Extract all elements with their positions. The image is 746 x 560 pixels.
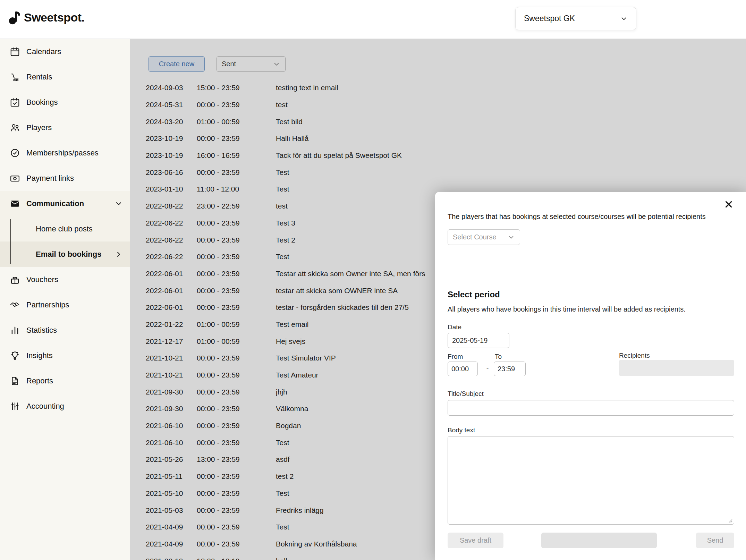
to-label: To — [495, 353, 502, 360]
select-period-description: All players who have bookings in this ti… — [448, 305, 686, 313]
sliders-icon — [10, 401, 20, 411]
sidebar-item-label: Email to bookings — [36, 250, 101, 259]
sidebar-item-partnerships[interactable]: Partnerships — [0, 292, 130, 317]
chevron-down-icon — [507, 234, 515, 241]
sidebar-item-communication[interactable]: Communication — [0, 191, 130, 216]
sidebar-item-players[interactable]: Players — [0, 115, 130, 140]
time-to-input[interactable] — [494, 362, 526, 376]
select-period-heading: Select period — [448, 290, 500, 299]
document-icon — [10, 376, 20, 386]
body-text-input[interactable] — [448, 436, 734, 525]
date-label: Date — [448, 323, 461, 331]
chevron-right-icon — [115, 250, 123, 258]
recipients-label: Recipients — [619, 352, 650, 359]
sidebar-item-label: Home club posts — [36, 224, 93, 234]
chevron-down-icon — [620, 15, 628, 23]
lightbulb-icon — [10, 350, 20, 361]
rentals-cart-icon — [10, 72, 20, 82]
sidebar-item-label: Communication — [26, 199, 84, 208]
sidebar-item-vouchers[interactable]: Vouchers — [0, 267, 130, 292]
indent-guide-line — [10, 219, 11, 264]
sidebar-item-label: Vouchers — [26, 275, 58, 284]
sidebar-item-email-to-bookings[interactable]: Email to bookings — [0, 241, 130, 267]
sidebar-item-accounting[interactable]: Accounting — [0, 393, 130, 419]
sidebar-item-label: Reports — [26, 376, 53, 385]
sidebar-item-label: Rentals — [26, 73, 52, 82]
title-subject-input[interactable] — [448, 400, 734, 416]
recipients-info-text: The players that has bookings at selecte… — [448, 213, 706, 221]
sidebar-item-home-club-posts[interactable]: Home club posts — [0, 216, 130, 241]
calendar-icon — [10, 46, 20, 57]
sidebar: Calendars Rentals Bookings Players Membe… — [0, 39, 130, 560]
date-input[interactable] — [448, 333, 509, 348]
sweetspot-logo-icon — [8, 10, 20, 25]
sidebar-item-label: Insights — [26, 351, 53, 360]
email-compose-modal: The players that has bookings at selecte… — [435, 192, 746, 560]
club-selector-dropdown[interactable]: Sweetspot GK — [515, 7, 636, 30]
sidebar-item-reports[interactable]: Reports — [0, 368, 130, 393]
sidebar-item-label: Payment links — [26, 174, 74, 183]
sidebar-item-label: Partnerships — [26, 300, 69, 309]
membership-check-icon — [10, 148, 20, 158]
sidebar-item-label: Calendars — [26, 47, 61, 56]
sidebar-item-memberships[interactable]: Memberships/passes — [0, 140, 130, 166]
booking-calendar-icon — [10, 97, 20, 108]
schedule-send-field[interactable] — [541, 533, 657, 548]
course-select-placeholder: Select Course — [453, 233, 497, 241]
close-button[interactable] — [721, 197, 736, 212]
app-screen: Sweetspot. Sweetspot GK Calendars Rental… — [0, 0, 746, 560]
sidebar-item-label: Statistics — [26, 326, 57, 335]
sidebar-item-calendars[interactable]: Calendars — [0, 39, 130, 64]
sidebar-item-statistics[interactable]: Statistics — [0, 317, 130, 343]
players-icon — [10, 122, 20, 133]
payment-card-icon — [10, 173, 20, 184]
body-text-wrapper — [448, 436, 734, 525]
course-select-dropdown[interactable]: Select Course — [448, 229, 520, 245]
communication-children: Home club posts Email to bookings — [0, 216, 130, 267]
logo-text: Sweetspot. — [24, 11, 84, 24]
envelope-icon — [10, 198, 20, 209]
time-range-separator: - — [484, 364, 491, 372]
from-label: From — [448, 353, 463, 360]
time-from-input[interactable] — [448, 362, 478, 376]
close-icon — [723, 199, 734, 210]
body-text-label: Body text — [448, 426, 475, 434]
sidebar-item-label: Players — [26, 123, 52, 132]
recipients-field[interactable] — [619, 360, 734, 376]
chevron-down-icon — [115, 200, 123, 208]
sidebar-item-bookings[interactable]: Bookings — [0, 90, 130, 115]
title-subject-label: Title/Subject — [448, 390, 484, 398]
handshake-icon — [10, 300, 20, 310]
communication-section: Communication Home club posts Email to b… — [0, 191, 130, 267]
sidebar-item-label: Bookings — [26, 98, 58, 107]
send-button[interactable]: Send — [696, 533, 734, 548]
sidebar-item-label: Memberships/passes — [26, 149, 99, 158]
sidebar-item-insights[interactable]: Insights — [0, 343, 130, 368]
gift-icon — [10, 274, 20, 285]
save-draft-button[interactable]: Save draft — [448, 533, 503, 548]
sweetspot-logo: Sweetspot. — [8, 10, 84, 25]
bar-chart-icon — [10, 325, 20, 336]
sidebar-item-payment-links[interactable]: Payment links — [0, 166, 130, 191]
top-header: Sweetspot. Sweetspot GK — [0, 0, 746, 39]
club-selector-value: Sweetspot GK — [524, 14, 575, 23]
sidebar-item-label: Accounting — [26, 402, 64, 411]
sidebar-item-rentals[interactable]: Rentals — [0, 64, 130, 90]
